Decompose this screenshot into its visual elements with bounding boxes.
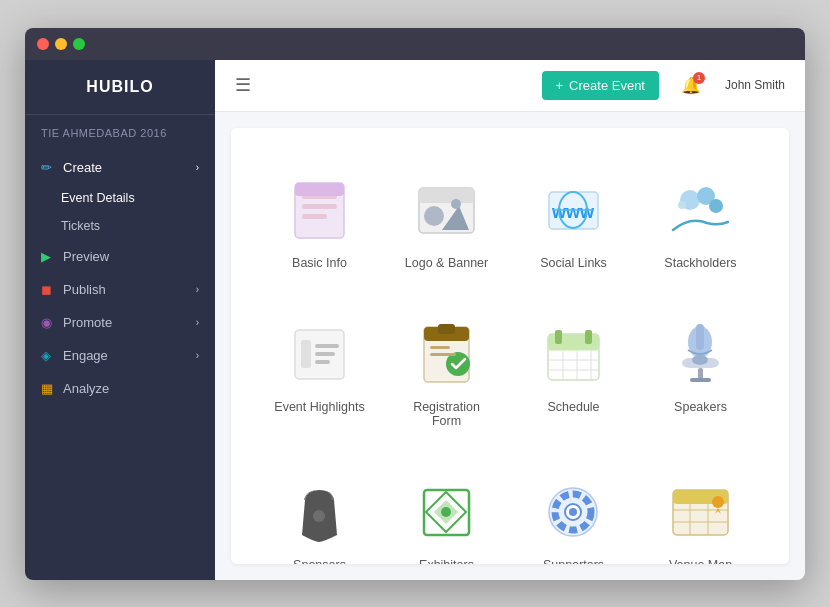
grid-container: Basic Info L — [261, 158, 759, 564]
browser-window: HUBILO TIE AHMEDABAD 2016 ✏ Create › Eve… — [25, 28, 805, 580]
registration-form-icon — [412, 320, 482, 390]
basic-info-icon — [285, 176, 355, 246]
sidebar-subitem-event-details[interactable]: Event Details — [25, 184, 215, 212]
social-links-icon: www — [539, 176, 609, 246]
sidebar-item-create[interactable]: ✏ Create › — [25, 151, 215, 184]
grid-item-schedule[interactable]: Schedule — [515, 302, 632, 440]
svg-rect-6 — [419, 188, 474, 203]
speakers-label: Speakers — [674, 400, 727, 414]
grid-item-event-highlights[interactable]: Event Highlights — [261, 302, 378, 440]
hamburger-icon[interactable]: ☰ — [235, 74, 251, 96]
svg-rect-27 — [430, 346, 450, 349]
social-links-label: Social Links — [540, 256, 607, 270]
schedule-icon — [539, 320, 609, 390]
svg-rect-32 — [555, 330, 562, 344]
promote-icon: ◉ — [41, 315, 55, 329]
svg-rect-33 — [585, 330, 592, 344]
main-content: ☰ + Create Event 🔔 1 John Smith — [215, 60, 805, 580]
supporters-icon — [539, 478, 609, 548]
topbar: ☰ + Create Event 🔔 1 John Smith — [215, 60, 805, 112]
arrow-icon: › — [196, 317, 199, 328]
basic-info-label: Basic Info — [292, 256, 347, 270]
sidebar-item-analyze[interactable]: ▦ Analyze — [25, 372, 215, 405]
grid-item-venue-map[interactable]: Venue Map — [642, 460, 759, 564]
publish-icon: ◼ — [41, 282, 55, 296]
svg-rect-4 — [295, 183, 344, 196]
grid-item-exhibitors[interactable]: Exhibitors — [388, 460, 505, 564]
grid-item-supporters[interactable]: Supporters — [515, 460, 632, 564]
grid-item-basic-info[interactable]: Basic Info — [261, 158, 378, 282]
grid-item-social-links[interactable]: www Social Links — [515, 158, 632, 282]
sidebar-item-preview[interactable]: ▶ Preview — [25, 240, 215, 273]
speakers-icon — [666, 320, 736, 390]
sidebar: HUBILO TIE AHMEDABAD 2016 ✏ Create › Eve… — [25, 60, 215, 580]
engage-icon: ◈ — [41, 348, 55, 362]
logo-banner-icon — [412, 176, 482, 246]
preview-icon: ▶ — [41, 249, 55, 263]
pencil-icon: ✏ — [41, 160, 55, 174]
plus-icon: + — [556, 78, 564, 93]
logo-banner-label: Logo & Banner — [405, 256, 488, 270]
grid-item-registration-form[interactable]: Registration Form — [388, 302, 505, 440]
svg-rect-22 — [315, 360, 330, 364]
svg-point-7 — [424, 206, 444, 226]
grid-item-sponsors[interactable]: Sponsors — [261, 460, 378, 564]
svg-text:www: www — [551, 202, 595, 222]
svg-rect-20 — [315, 344, 339, 348]
event-highlights-label: Event Highlights — [274, 400, 364, 414]
registration-form-label: Registration Form — [398, 400, 495, 428]
supporters-label: Supporters — [543, 558, 604, 564]
svg-point-41 — [692, 355, 708, 365]
grid-item-stackholders[interactable]: Stackholders — [642, 158, 759, 282]
svg-rect-28 — [430, 353, 456, 356]
svg-point-16 — [709, 199, 723, 213]
svg-point-49 — [441, 507, 451, 517]
grid-area: Basic Info L — [231, 128, 789, 564]
sidebar-logo: HUBILO — [25, 60, 215, 115]
svg-rect-44 — [690, 378, 711, 382]
browser-body: HUBILO TIE AHMEDABAD 2016 ✏ Create › Eve… — [25, 60, 805, 580]
svg-rect-3 — [302, 214, 327, 219]
browser-titlebar — [25, 28, 805, 60]
notification-badge: 1 — [693, 72, 705, 84]
event-highlights-icon — [285, 320, 355, 390]
minimize-dot[interactable] — [55, 38, 67, 50]
svg-rect-19 — [301, 340, 311, 368]
schedule-label: Schedule — [547, 400, 599, 414]
svg-rect-25 — [438, 324, 455, 334]
sponsors-label: Sponsors — [293, 558, 346, 564]
sidebar-item-promote[interactable]: ◉ Promote › — [25, 306, 215, 339]
analyze-icon: ▦ — [41, 381, 55, 395]
svg-rect-42 — [696, 324, 704, 350]
svg-rect-21 — [315, 352, 335, 356]
venue-map-icon — [666, 478, 736, 548]
stackholders-label: Stackholders — [664, 256, 736, 270]
arrow-icon: › — [196, 284, 199, 295]
sponsors-icon — [285, 478, 355, 548]
svg-point-17 — [678, 201, 686, 209]
expand-dot[interactable] — [73, 38, 85, 50]
sidebar-item-engage[interactable]: ◈ Engage › — [25, 339, 215, 372]
grid-item-speakers[interactable]: Speakers — [642, 302, 759, 440]
svg-point-9 — [451, 199, 461, 209]
grid-item-logo-banner[interactable]: Logo & Banner — [388, 158, 505, 282]
venue-map-label: Venue Map — [669, 558, 732, 564]
close-dot[interactable] — [37, 38, 49, 50]
notification-icon[interactable]: 🔔 1 — [681, 76, 701, 95]
svg-rect-2 — [302, 204, 337, 209]
svg-point-53 — [569, 508, 577, 516]
sidebar-item-publish[interactable]: ◼ Publish › — [25, 273, 215, 306]
exhibitors-label: Exhibitors — [419, 558, 474, 564]
exhibitors-icon — [412, 478, 482, 548]
arrow-icon: › — [196, 350, 199, 361]
user-info[interactable]: John Smith — [725, 78, 785, 92]
event-name: TIE AHMEDABAD 2016 — [25, 115, 215, 151]
create-event-button[interactable]: + Create Event — [542, 71, 659, 100]
sidebar-subitem-tickets[interactable]: Tickets — [25, 212, 215, 240]
arrow-icon: › — [196, 162, 199, 173]
stackholders-icon — [666, 176, 736, 246]
svg-point-60 — [712, 496, 724, 508]
svg-point-45 — [313, 510, 325, 522]
